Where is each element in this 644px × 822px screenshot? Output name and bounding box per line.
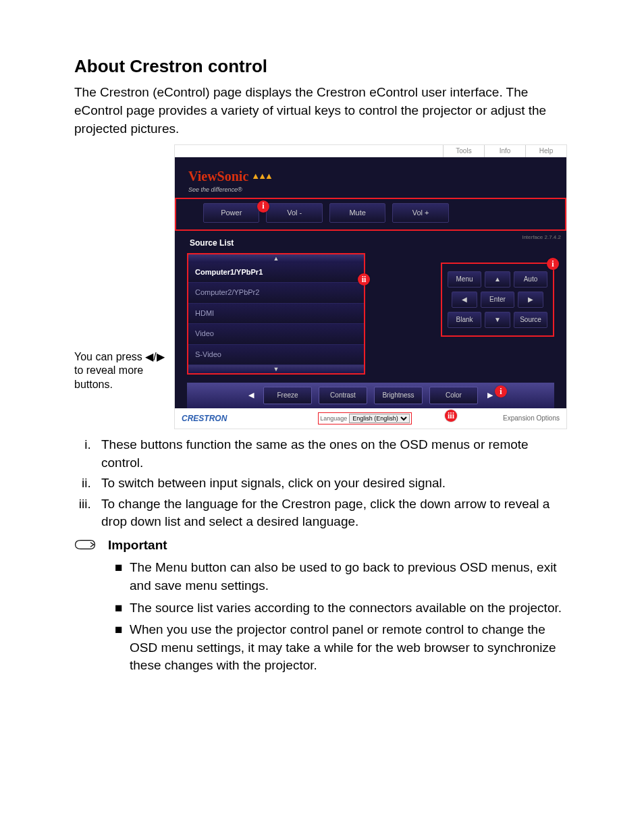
figure-caption: You can press ◀/▶ to reveal more buttons… xyxy=(74,350,174,392)
marker-i-osd: i xyxy=(547,258,559,270)
source-scroll-up[interactable] xyxy=(188,254,364,263)
figure-wrapper: You can press ◀/▶ to reveal more buttons… xyxy=(74,144,570,429)
interface-version: Interface 2.7.4.2 xyxy=(522,234,561,241)
panel-footer: CRESTRON Language English (English) iii … xyxy=(175,408,566,429)
color-button[interactable]: Color xyxy=(429,387,478,404)
nav-up-button[interactable] xyxy=(485,271,510,287)
adjust-bar: ◀ Freeze Contrast Brightness Color ▶ i xyxy=(187,383,554,408)
important-label: Important xyxy=(108,537,167,555)
adjust-prev-button[interactable]: ◀ xyxy=(246,390,257,400)
main-area: Interface 2.7.4.2 Source List Computer1/… xyxy=(175,231,566,408)
explain-i: These buttons function the same as the o… xyxy=(95,436,570,472)
tab-tools[interactable]: Tools xyxy=(443,145,484,157)
marker-ii-source: ii xyxy=(358,273,370,285)
language-selector[interactable]: Language English (English) xyxy=(318,412,412,424)
bullet-1: The source list varies according to the … xyxy=(115,599,570,618)
expansion-options-link[interactable]: Expansion Options xyxy=(503,414,560,423)
bullet-0: The Menu button can also be used to go b… xyxy=(115,559,570,595)
enter-button[interactable]: Enter xyxy=(481,292,514,308)
freeze-button[interactable]: Freeze xyxy=(263,387,312,404)
adjust-next-button[interactable]: ▶ xyxy=(485,390,495,400)
explain-iii: To change the language for the Crestron … xyxy=(95,495,570,531)
source-item-0[interactable]: Computer1/YPbPr1 xyxy=(188,263,364,283)
crestron-logo: CRESTRON xyxy=(182,413,227,424)
important-bullets: The Menu button can also be used to go b… xyxy=(115,559,570,675)
source-item-2[interactable]: HDMI xyxy=(188,304,364,324)
explain-ii: To switch between input signals, click o… xyxy=(95,474,570,493)
source-button[interactable]: Source xyxy=(514,312,547,328)
source-item-4[interactable]: S-Video xyxy=(188,345,364,365)
top-tab-bar: Tools Info Help xyxy=(175,145,566,157)
contrast-button[interactable]: Contrast xyxy=(319,387,367,404)
source-item-1[interactable]: Computer2/YPbPr2 xyxy=(188,283,364,303)
power-button[interactable]: Power xyxy=(203,203,259,223)
power-row: Power i Vol - Mute Vol + xyxy=(175,198,566,231)
brand-name: ViewSonic xyxy=(188,167,248,186)
vol-plus-button[interactable]: Vol + xyxy=(392,203,448,223)
language-dropdown[interactable]: English (English) xyxy=(349,414,410,423)
tab-info[interactable]: Info xyxy=(484,145,525,157)
brand-tagline: See the difference® xyxy=(188,186,553,194)
language-label: Language xyxy=(320,414,347,423)
brand-birds-icon: ▲▲▲ xyxy=(251,170,271,182)
vol-minus-button[interactable]: Vol - xyxy=(266,203,322,223)
marker-i-adjust: i xyxy=(495,385,507,398)
tab-help[interactable]: Help xyxy=(525,145,566,157)
nav-left-button[interactable] xyxy=(452,292,477,308)
nav-down-button[interactable] xyxy=(485,312,510,328)
bullet-2: When you use the projector control panel… xyxy=(115,621,570,675)
econtrol-panel: Tools Info Help ViewSonic ▲▲▲ See the di… xyxy=(174,144,567,429)
marker-i-power: i xyxy=(257,200,269,213)
blank-button[interactable]: Blank xyxy=(448,312,481,328)
nav-right-button[interactable] xyxy=(518,292,543,308)
menu-button[interactable]: Menu xyxy=(448,271,481,287)
intro-paragraph: The Crestron (eControl) page displays th… xyxy=(74,84,570,138)
note-hand-icon xyxy=(74,537,108,557)
page-heading: About Crestron control xyxy=(74,54,570,78)
source-item-3[interactable]: Video xyxy=(188,324,364,344)
auto-button[interactable]: Auto xyxy=(514,271,547,287)
source-list-label: Source List xyxy=(190,238,554,249)
explanation-list: These buttons function the same as the o… xyxy=(95,436,570,531)
mute-button[interactable]: Mute xyxy=(329,203,385,223)
brand-header: ViewSonic ▲▲▲ See the difference® xyxy=(175,157,566,198)
osd-pad: i Menu Auto Enter Blank Source xyxy=(441,263,554,337)
source-scroll-down[interactable] xyxy=(188,365,364,373)
marker-iii-lang: iii xyxy=(445,410,457,422)
brightness-button[interactable]: Brightness xyxy=(374,387,423,404)
source-list: Computer1/YPbPr1 ii Computer2/YPbPr2 HDM… xyxy=(187,253,365,375)
